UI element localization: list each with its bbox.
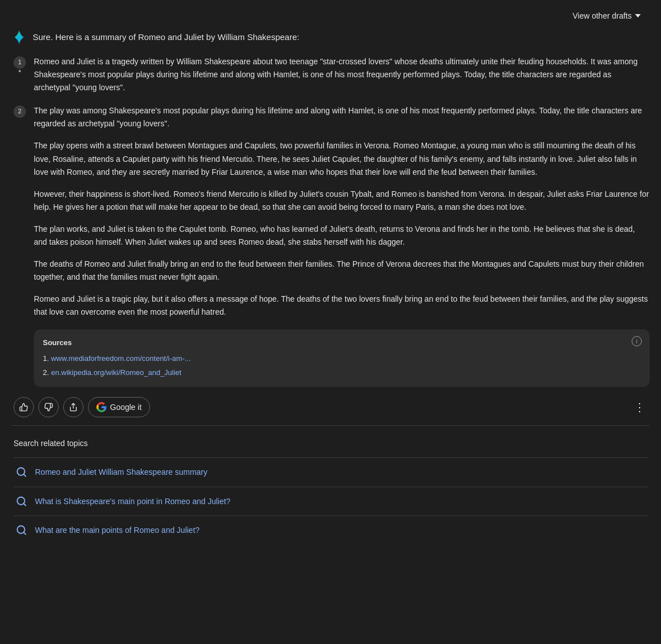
gemini-icon	[11, 29, 27, 45]
section-2-para-3: The plan works, and Juliet is taken to t…	[34, 223, 650, 249]
related-item-1[interactable]: What is Shakespeare's main point in Rome…	[14, 487, 647, 515]
related-item-1-text: What is Shakespeare's main point in Rome…	[35, 495, 231, 508]
related-item-2-text: What are the main points of Romeo and Ju…	[35, 524, 200, 536]
action-row: Google it ⋮	[14, 397, 650, 417]
chevron-down-icon	[635, 14, 641, 17]
section-2-content: The play was among Shakespeare's most po…	[34, 104, 650, 319]
section-1-text: Romeo and Juliet is a tragedy written by…	[34, 55, 650, 94]
share-button[interactable]	[63, 397, 83, 417]
thumbs-down-icon	[44, 403, 53, 412]
thumbs-up-button[interactable]	[14, 397, 34, 417]
sources-title: Sources	[43, 337, 641, 349]
google-it-label: Google it	[110, 403, 142, 412]
related-item-0-text: Romeo and Juliet William Shakespeare sum…	[35, 466, 208, 478]
sources-list: 1. www.mediaforfreedom.com/content/i-am-…	[43, 353, 641, 379]
search-icon-1	[16, 496, 27, 507]
section-1: 1 Romeo and Juliet is a tragedy written …	[14, 55, 650, 94]
section-2-para-5: Romeo and Juliet is a tragic play, but i…	[34, 293, 650, 319]
intro-row: Sure. Here is a summary of Romeo and Jul…	[11, 29, 650, 45]
related-item-2[interactable]: What are the main points of Romeo and Ju…	[14, 515, 647, 544]
source-item-1: 1. www.mediaforfreedom.com/content/i-am-…	[43, 353, 641, 365]
more-options-icon: ⋮	[634, 400, 645, 414]
source-link-2[interactable]: en.wikipedia.org/wiki/Romeo_and_Juliet	[51, 368, 181, 377]
info-icon: i	[632, 336, 642, 346]
section-2-para-2: However, their happiness is short-lived.…	[34, 188, 650, 214]
sources-box: Sources i 1. www.mediaforfreedom.com/con…	[34, 329, 650, 387]
source-link-1[interactable]: www.mediaforfreedom.com/content/i-am-...	[51, 354, 191, 363]
number-badge-1-wrapper: 1	[14, 55, 26, 72]
number-badge-1: 1	[14, 56, 26, 69]
intro-text: Sure. Here is a summary of Romeo and Jul…	[33, 30, 299, 44]
section-2-para-1: The play opens with a street brawl betwe…	[34, 139, 650, 178]
svg-line-6	[24, 532, 26, 535]
action-buttons-left: Google it	[14, 397, 150, 417]
header-row: View other drafts	[11, 9, 650, 23]
view-other-drafts-button[interactable]: View other drafts	[568, 9, 645, 23]
content-area: 1 Romeo and Juliet is a tragedy written …	[11, 55, 650, 417]
more-options-button[interactable]: ⋮	[629, 397, 650, 417]
section-2: 2 The play was among Shakespeare's most …	[14, 104, 650, 319]
share-icon	[69, 403, 78, 412]
svg-line-2	[24, 474, 26, 477]
view-other-drafts-label: View other drafts	[572, 11, 632, 20]
related-title: Search related topics	[14, 437, 647, 449]
dot-indicator-1	[19, 70, 21, 72]
section-divider	[11, 425, 650, 426]
section-2-para-4: The deaths of Romeo and Juliet finally b…	[34, 258, 650, 284]
related-item-0[interactable]: Romeo and Juliet William Shakespeare sum…	[14, 457, 647, 486]
source-item-2: 2. en.wikipedia.org/wiki/Romeo_and_Julie…	[43, 367, 641, 379]
thumbs-up-icon	[19, 403, 28, 412]
google-g-icon	[96, 402, 107, 412]
section-2-para-0: The play was among Shakespeare's most po…	[34, 104, 650, 130]
thumbs-down-button[interactable]	[38, 397, 59, 417]
sources-info-button[interactable]: i	[632, 336, 642, 346]
svg-line-4	[24, 504, 26, 506]
search-icon-2	[16, 524, 27, 536]
google-it-button[interactable]: Google it	[88, 397, 150, 417]
related-section: Search related topics Romeo and Juliet W…	[11, 428, 650, 549]
number-badge-2: 2	[14, 105, 26, 118]
search-icon-0	[16, 466, 27, 478]
